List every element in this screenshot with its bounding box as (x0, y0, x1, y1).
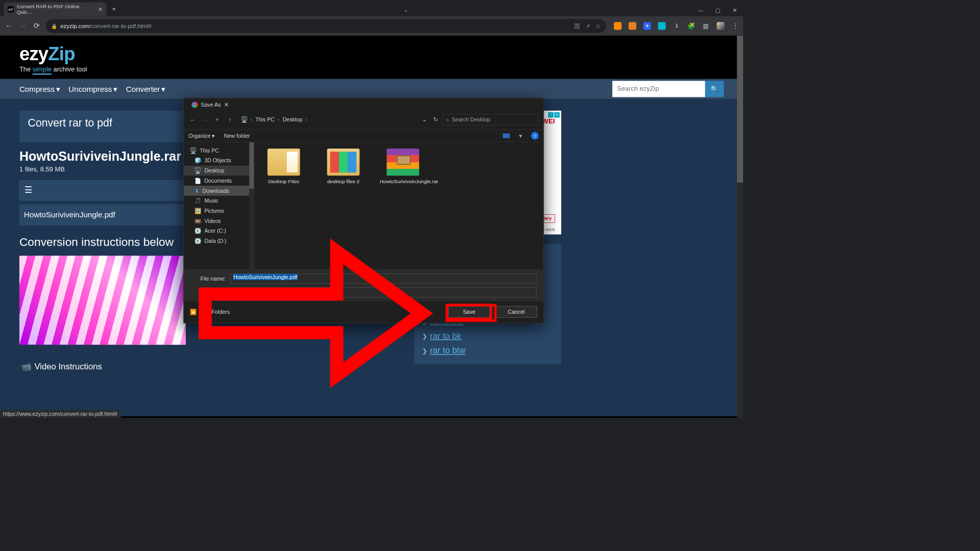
sidepanel-icon[interactable]: ▥ (702, 22, 710, 30)
back-icon[interactable]: ← (188, 116, 197, 123)
menu-icon[interactable]: ⋮ (731, 22, 739, 30)
key-icon[interactable]: ⚿ (574, 22, 580, 30)
chrome-icon (191, 102, 198, 108)
chevron-right-icon: ❯ (422, 347, 427, 354)
page-scrollbar[interactable] (737, 36, 743, 418)
tab-title: Convert RAR to PDF Online. Quic… (17, 4, 95, 15)
forward-icon[interactable]: → (201, 116, 210, 123)
side-downloads[interactable]: ⬇Downloads (184, 186, 254, 196)
refresh-icon[interactable]: ↻ (433, 116, 438, 122)
rar-icon (387, 148, 420, 176)
ext-icon-1[interactable] (614, 22, 622, 30)
ext-icon-5[interactable]: ⬇ (673, 22, 680, 30)
ext-icon-2[interactable] (628, 22, 636, 30)
filename-label: File name: (191, 276, 226, 282)
search-icon: ⌕ (446, 116, 449, 122)
view-mode-icon[interactable] (503, 134, 510, 138)
caret-down-icon: ▾ (161, 84, 165, 93)
pictures-icon: 🖼️ (194, 208, 201, 214)
uncompress-menu[interactable]: Uncompress ▾ (68, 84, 117, 93)
file-item-folder1[interactable]: Desktop FIles (260, 148, 307, 185)
organize-menu[interactable]: Organize ▾ (188, 133, 214, 139)
folder-icon (267, 148, 300, 176)
recent-icon[interactable]: ▾ (213, 116, 222, 123)
dialog-close-icon[interactable]: ✕ (224, 102, 229, 109)
tab-dropdown-icon[interactable]: ⌄ (403, 6, 410, 16)
file-grid[interactable]: Desktop FIles desktop files 2 HowtoSuriv… (254, 142, 543, 269)
bookmark-icon[interactable]: ☆ (596, 22, 601, 30)
save-button[interactable]: Save (448, 306, 490, 318)
file-item-folder2[interactable]: desktop files 2 (320, 148, 366, 185)
hide-folders-toggle[interactable]: 🔼 Hide Folders (190, 309, 230, 315)
address-bar: ← → ⟳ 🔒 ezyzip.com/convert-rar-to-pdf.ht… (0, 16, 743, 36)
site-logo[interactable]: ezyZip (19, 45, 724, 63)
extensions-icon[interactable]: 🧩 (688, 22, 695, 30)
cancel-button[interactable]: Cancel (496, 306, 537, 318)
sidebar-scrollbar[interactable] (249, 142, 254, 269)
site-search-button[interactable]: 🔍 (705, 81, 724, 97)
save-as-dialog: Save As ✕ ← → ▾ ↑ 🖥️ › This PC › Desktop… (183, 98, 544, 323)
close-window-icon[interactable]: ✕ (726, 7, 743, 16)
side-this-pc[interactable]: 🖥️This PC (184, 145, 254, 156)
related-link-6[interactable]: rar to btw (430, 345, 465, 356)
filetype-select[interactable] (230, 287, 536, 297)
maximize-icon[interactable]: ▢ (709, 7, 726, 16)
path-field[interactable]: 🖥️ › This PC › Desktop › ⌄ (238, 114, 429, 125)
window-controls: — ▢ ✕ (692, 7, 743, 16)
help-icon[interactable]: ? (531, 132, 538, 140)
caret-down-icon: ▾ (56, 84, 60, 93)
caret-down-icon: ▾ (212, 133, 214, 139)
browser-tab[interactable]: eZ Convert RAR to PDF Online. Quic… ✕ (4, 3, 107, 16)
back-icon[interactable]: ← (4, 22, 14, 30)
documents-icon: 📄 (194, 178, 201, 184)
side-acer-c[interactable]: 💽Acer (C:) (184, 226, 254, 236)
side-documents[interactable]: 📄Documents (184, 176, 254, 186)
ad-close-icon[interactable]: ✕ (554, 112, 560, 118)
side-desktop[interactable]: 🖥️Desktop (184, 166, 254, 176)
side-3d-objects[interactable]: 🧊3D Objects (184, 156, 254, 166)
ext-icon-3[interactable]: ✦ (643, 22, 651, 30)
desktop-icon: 🖥️ (194, 167, 201, 173)
url-field[interactable]: 🔒 ezyzip.com/convert-rar-to-pdf.html# ⚿ … (45, 19, 606, 33)
site-search-input[interactable] (612, 81, 705, 97)
objects3d-icon: 🧊 (194, 158, 201, 164)
dialog-search-input[interactable]: ⌕ Search Desktop (442, 114, 539, 126)
dialog-sidebar: 🖥️This PC 🧊3D Objects 🖥️Desktop 📄Documen… (184, 142, 254, 269)
up-icon[interactable]: ↑ (226, 116, 234, 123)
side-pictures[interactable]: 🖼️Pictures (184, 206, 254, 216)
side-music[interactable]: 🎵Music (184, 196, 254, 206)
chevron-up-icon: 🔼 (190, 309, 197, 315)
forward-icon[interactable]: → (18, 22, 28, 30)
reload-icon[interactable]: ⟳ (32, 21, 42, 30)
converter-menu[interactable]: Converter ▾ (126, 84, 165, 93)
promo-image[interactable] (19, 256, 186, 344)
side-data-d[interactable]: 💽Data (D:) (184, 236, 254, 246)
minimize-icon[interactable]: — (692, 7, 709, 16)
file-item-rar[interactable]: HowtoSuriviveinJungle.rar (380, 148, 426, 185)
pc-icon: 🖥️ (241, 116, 248, 122)
folder-icon (327, 148, 360, 176)
compress-menu[interactable]: Compress ▾ (19, 84, 60, 93)
browser-titlebar: eZ Convert RAR to PDF Online. Quic… ✕ + … (0, 0, 743, 16)
profile-avatar[interactable] (717, 22, 724, 30)
video-instructions-toggle[interactable]: 📹 Video Instructions (19, 359, 399, 375)
search-icon: 🔍 (710, 85, 719, 92)
side-videos[interactable]: 🎞️Videos (184, 216, 254, 226)
new-tab-button[interactable]: + (107, 5, 121, 16)
list-icon: ☰ (24, 185, 32, 195)
dialog-title: Save As (201, 102, 221, 108)
site-menubar: Compress ▾ Uncompress ▾ Converter ▾ 🔍 (0, 79, 743, 99)
video-icon: 📹 (21, 362, 31, 372)
ext-icon-4[interactable] (658, 22, 666, 30)
status-bar-link: https://www.ezyzip.com/convert-rar-to-pd… (0, 410, 120, 418)
share-icon[interactable]: ↗ (585, 22, 591, 30)
related-link-5[interactable]: rar to bk (430, 331, 461, 341)
path-dropdown-icon[interactable]: ⌄ (422, 116, 427, 122)
filename-input[interactable]: HowtoSuriviveinJungle.pdf (230, 273, 536, 284)
tab-close-icon[interactable]: ✕ (98, 6, 103, 12)
site-tagline: The simple archive tool (19, 66, 724, 73)
dialog-titlebar: Save As ✕ (184, 98, 543, 112)
caret-down-icon: ▾ (113, 84, 117, 93)
view-dropdown-icon[interactable]: ▾ (519, 133, 522, 139)
new-folder-button[interactable]: New folder (224, 133, 250, 139)
